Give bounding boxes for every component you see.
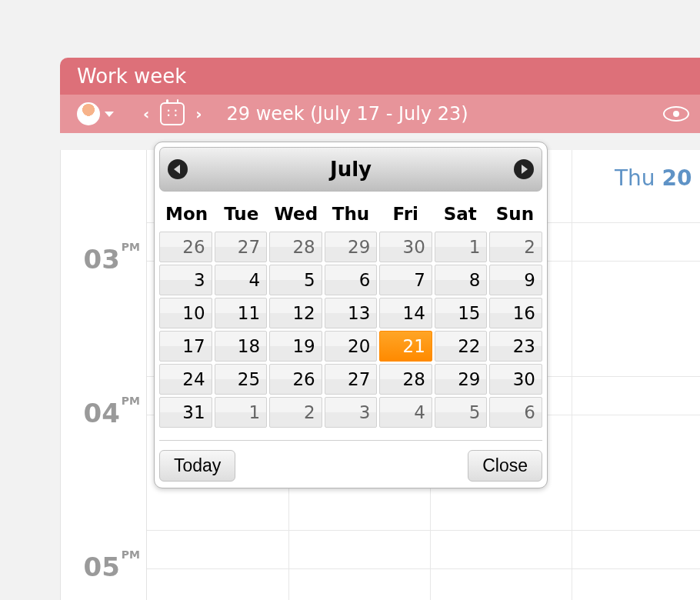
next-month-button[interactable]	[514, 159, 534, 179]
user-picker[interactable]	[77, 102, 114, 125]
date-cell[interactable]: 5	[269, 265, 322, 295]
date-grid: 2627282930123456789101112131415161718192…	[159, 232, 542, 428]
header-title-bar: Work week	[60, 58, 700, 95]
gridline	[147, 568, 700, 569]
date-cell[interactable]: 20	[325, 331, 378, 362]
time-label: 04PM	[83, 398, 140, 428]
header-toolbar: ‹ • •• • › 29 week (July 17 - July 23)	[60, 95, 700, 133]
date-cell[interactable]: 27	[215, 232, 268, 262]
date-cell[interactable]: 5	[435, 397, 488, 428]
date-cell[interactable]: 6	[489, 397, 542, 428]
today-button[interactable]: Today	[159, 450, 235, 482]
date-cell[interactable]: 17	[159, 331, 212, 362]
week-range-label: 29 week (July 17 - July 23)	[227, 103, 468, 125]
date-cell[interactable]: 11	[215, 298, 268, 328]
close-button[interactable]: Close	[468, 450, 542, 482]
date-cell[interactable]: 7	[379, 265, 432, 295]
date-cell[interactable]: 3	[159, 265, 212, 295]
date-cell[interactable]: 12	[269, 298, 322, 328]
date-cell[interactable]: 24	[159, 364, 212, 395]
date-cell[interactable]: 30	[379, 232, 432, 262]
date-cell[interactable]: 25	[215, 364, 268, 395]
date-cell[interactable]: 10	[159, 298, 212, 328]
next-week-button[interactable]: ›	[188, 105, 209, 123]
date-cell[interactable]: 8	[435, 265, 488, 295]
date-cell[interactable]: 2	[489, 232, 542, 262]
time-label: 05PM	[83, 552, 140, 582]
date-cell[interactable]: 2	[269, 397, 322, 428]
date-cell[interactable]: 29	[435, 364, 488, 395]
weekday-header: Thu	[323, 204, 378, 224]
date-cell[interactable]: 31	[159, 397, 212, 428]
date-cell[interactable]: 16	[489, 298, 542, 328]
date-cell[interactable]: 22	[435, 331, 488, 362]
weekday-header: Mon	[159, 204, 214, 224]
avatar	[77, 102, 100, 125]
date-cell[interactable]: 9	[489, 265, 542, 295]
date-picker-popup: July Mon Tue Wed Thu Fri Sat Sun 2627282…	[154, 142, 548, 488]
weekday-header: Sun	[488, 204, 542, 224]
gridline	[572, 150, 572, 600]
visibility-icon[interactable]	[663, 106, 689, 122]
date-cell[interactable]: 19	[269, 331, 322, 362]
date-cell[interactable]: 14	[379, 298, 432, 328]
date-cell[interactable]: 4	[215, 265, 268, 295]
date-cell[interactable]: 28	[269, 232, 322, 262]
date-cell[interactable]: 26	[159, 232, 212, 262]
gridline	[147, 530, 700, 531]
date-cell[interactable]: 30	[489, 364, 542, 395]
date-cell[interactable]: 18	[215, 331, 268, 362]
date-cell[interactable]: 13	[325, 298, 378, 328]
calendar-icon[interactable]: • •• •	[160, 102, 185, 125]
header-title: Work week	[77, 65, 186, 88]
date-cell[interactable]: 27	[325, 364, 378, 395]
date-cell[interactable]: 23	[489, 331, 542, 362]
time-label: 03PM	[83, 244, 140, 275]
date-cell[interactable]: 28	[379, 364, 432, 395]
date-picker-header: July	[159, 147, 542, 192]
date-cell[interactable]: 1	[435, 232, 488, 262]
date-cell[interactable]: 15	[435, 298, 488, 328]
weekday-header: Wed	[268, 204, 323, 224]
weekday-header: Sat	[433, 204, 488, 224]
date-cell[interactable]: 26	[269, 364, 322, 395]
prev-month-button[interactable]	[168, 159, 188, 179]
weekday-header: Fri	[378, 204, 433, 224]
date-cell[interactable]: 1	[215, 397, 268, 428]
month-label: July	[330, 158, 372, 181]
weekday-header-row: Mon Tue Wed Thu Fri Sat Sun	[159, 204, 542, 224]
caret-down-icon	[105, 112, 114, 117]
date-picker-footer: Today Close	[159, 440, 542, 483]
date-cell[interactable]: 6	[325, 265, 378, 295]
date-cell[interactable]: 29	[325, 232, 378, 262]
time-column: 03PM04PM05PM	[61, 150, 147, 600]
date-cell[interactable]: 21	[379, 331, 432, 362]
date-cell[interactable]: 4	[379, 397, 432, 428]
date-cell[interactable]: 3	[325, 397, 378, 428]
weekday-header: Tue	[214, 204, 268, 224]
day-header-thu: Thu 20	[615, 165, 692, 191]
prev-week-button[interactable]: ‹	[135, 105, 157, 123]
